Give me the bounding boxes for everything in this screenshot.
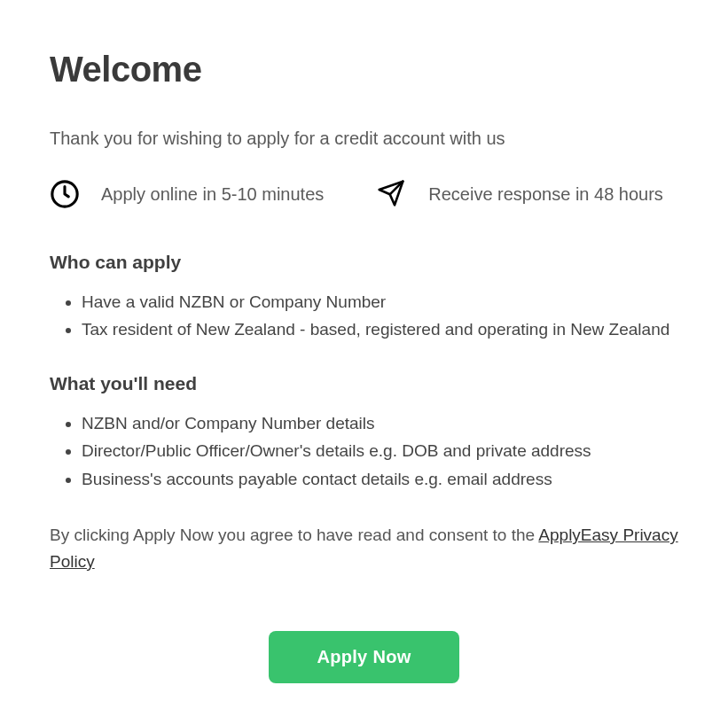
intro-text: Thank you for wishing to apply for a cre…	[50, 129, 678, 149]
highlight-response-text: Receive response in 48 hours	[428, 184, 663, 205]
list-item: Tax resident of New Zealand - based, reg…	[82, 316, 678, 342]
need-heading: What you'll need	[50, 373, 678, 394]
list-item: Have a valid NZBN or Company Number	[82, 289, 678, 315]
list-item: Director/Public Officer/Owner's details …	[82, 438, 678, 463]
need-list: NZBN and/or Company Number details Direc…	[50, 410, 678, 492]
paper-plane-icon	[377, 179, 407, 209]
highlights-row: Apply online in 5-10 minutes Receive res…	[50, 179, 678, 209]
list-item: NZBN and/or Company Number details	[82, 410, 678, 436]
who-heading: Who can apply	[50, 252, 678, 273]
consent-prefix: By clicking Apply Now you agree to have …	[50, 526, 538, 544]
highlight-time-text: Apply online in 5-10 minutes	[101, 184, 324, 205]
page-title: Welcome	[50, 50, 678, 90]
consent-text: By clicking Apply Now you agree to have …	[50, 522, 678, 574]
highlight-time: Apply online in 5-10 minutes	[50, 179, 324, 209]
apply-now-button[interactable]: Apply Now	[269, 631, 458, 683]
list-item: Business's accounts payable contact deta…	[82, 466, 678, 492]
who-list: Have a valid NZBN or Company Number Tax …	[50, 289, 678, 343]
clock-icon	[50, 179, 80, 209]
cta-row: Apply Now	[50, 631, 678, 683]
highlight-response: Receive response in 48 hours	[377, 179, 663, 209]
